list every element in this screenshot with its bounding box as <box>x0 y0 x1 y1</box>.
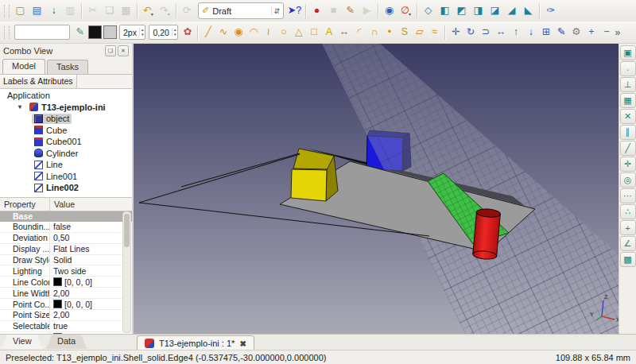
property-row-draw-style[interactable]: Draw StyleSolid <box>0 255 132 266</box>
snap-perpendicular[interactable]: ⊥ <box>620 77 636 92</box>
snap-extension[interactable]: ╱ <box>620 141 636 156</box>
property-row-deviation[interactable]: Deviation0,50 <box>0 233 132 244</box>
draft-text[interactable]: A <box>321 24 336 41</box>
property-row-line-width-value[interactable]: 2,00 <box>49 288 132 298</box>
property-row-point-co-[interactable]: Point Co...[0, 0, 0] <box>0 299 132 310</box>
property-row-display--value[interactable]: Flat Lines <box>49 244 132 254</box>
face-color-swatch[interactable] <box>103 25 117 39</box>
property-row-lighting[interactable]: LightingTwo side <box>0 265 132 277</box>
tree-item-line001[interactable]: Line001 <box>0 171 132 183</box>
view-front[interactable]: ◧ <box>436 2 453 19</box>
draft-edit[interactable]: ✎ <box>553 24 568 41</box>
snap-angle[interactable]: ∠ <box>620 236 636 251</box>
tree-column-header[interactable]: Labels & Attributes <box>0 75 77 88</box>
document-tab[interactable]: T13-ejemplo-ini : 1* ✖ <box>137 335 254 350</box>
float-panel-icon[interactable]: ❏ <box>105 45 116 56</box>
save-document[interactable]: ↓ <box>45 2 62 19</box>
view-rear[interactable]: ◪ <box>487 2 503 19</box>
property-row-line-color[interactable]: Line Color[0, 0, 0] <box>0 277 132 288</box>
draw-style[interactable]: ∅▾ <box>398 2 414 19</box>
snap-near[interactable]: ∴ <box>620 204 636 219</box>
tab-tasks[interactable]: Tasks <box>47 60 88 74</box>
value-column-header[interactable]: Value <box>49 198 132 211</box>
property-scrollbar[interactable] <box>122 211 131 333</box>
macro-play[interactable]: ▶ <box>359 2 375 19</box>
draw-style-caret-icon[interactable]: ▾ <box>409 11 411 19</box>
scrollbar-thumb[interactable] <box>124 214 130 247</box>
undo-caret-icon[interactable]: ▾ <box>151 11 153 19</box>
snap-midpoint[interactable]: ✛ <box>620 157 636 172</box>
draft-ellipse[interactable]: ○ <box>276 24 291 41</box>
refresh[interactable]: ⟳ <box>179 2 196 19</box>
redo-caret-icon[interactable]: ▾ <box>168 11 170 19</box>
new-document[interactable]: ▢ <box>12 2 29 19</box>
tree-item-cylinder[interactable]: Cylinder <box>0 148 132 160</box>
cut[interactable]: ✂ <box>84 2 101 19</box>
property-row-line-width[interactable]: Line Width2,00 <box>0 288 132 299</box>
snap-grid[interactable]: ▦ <box>620 93 636 108</box>
line-width-spin[interactable]: 2px▴▾ <box>119 25 145 40</box>
property-column-header[interactable]: Property <box>0 198 49 211</box>
draft-bspline[interactable]: ≀ <box>261 24 276 41</box>
snap-ortho[interactable]: + <box>620 220 636 235</box>
draft-wire-tools[interactable]: ⚙ <box>568 24 584 41</box>
close-document-icon[interactable]: ✖ <box>239 339 246 348</box>
view-right[interactable]: ◨ <box>470 2 487 19</box>
property-row-point-size-value[interactable]: 2,00 <box>49 310 132 319</box>
draft-rectangle[interactable]: □ <box>306 24 321 41</box>
draft-remove-point[interactable]: − <box>599 24 614 41</box>
draft-scale[interactable]: ⊞ <box>538 24 553 41</box>
draft-upgrade[interactable]: ↑ <box>508 24 523 41</box>
red-cylinder-body[interactable] <box>473 212 501 256</box>
draft-arc-3points[interactable]: ∩ <box>366 24 382 41</box>
property-row-point-co--value[interactable]: [0, 0, 0] <box>49 300 132 309</box>
close-panel-icon[interactable]: ✕ <box>118 45 129 56</box>
draft-fillet[interactable]: ◜ <box>351 24 366 41</box>
property-row-line-color-value[interactable]: [0, 0, 0] <box>49 277 132 287</box>
yellow-cube-front[interactable] <box>291 169 327 201</box>
draft-downgrade[interactable]: ↓ <box>523 24 538 41</box>
toolbar2-overflow[interactable]: » <box>615 27 620 38</box>
draft-dimension[interactable]: ↔ <box>336 24 351 41</box>
property-row-display-[interactable]: Display ...Flat Lines <box>0 244 132 255</box>
draft-circle[interactable]: ◉ <box>231 24 246 41</box>
undo[interactable]: ↶▾ <box>140 2 157 19</box>
draft-add-point[interactable]: + <box>584 24 599 41</box>
workbench-selector[interactable]: ✐Draft⇵ <box>198 2 284 19</box>
draft-move[interactable]: ✛ <box>448 24 463 41</box>
expander-icon[interactable]: ▾ <box>18 103 27 110</box>
macro-edit[interactable]: ✎ <box>342 2 359 19</box>
snap-endpoint[interactable]: ∙ <box>620 61 636 76</box>
snap-dimensions[interactable]: ⋯ <box>620 188 636 203</box>
draft-polygon[interactable]: △ <box>291 24 306 41</box>
draft-shapestring[interactable]: S <box>397 24 412 41</box>
draft-arc[interactable]: ◠ <box>246 24 261 41</box>
property-row-base[interactable]: Base <box>0 211 132 222</box>
view-top[interactable]: ◩ <box>453 2 470 19</box>
red-cylinder[interactable] <box>472 208 500 260</box>
property-row-draw-style-value[interactable]: Solid <box>49 255 132 265</box>
snap-working-plane[interactable]: ▩ <box>620 252 636 267</box>
measure-distance[interactable]: ✑ <box>542 2 559 19</box>
tree-item-object[interactable]: object <box>0 113 132 125</box>
property-row-boundin-[interactable]: Boundin...false <box>0 222 132 233</box>
print[interactable]: ▥ <box>62 2 79 19</box>
autogroup[interactable]: ✿ <box>180 24 195 41</box>
tab-view[interactable]: View <box>2 335 43 349</box>
view-left[interactable]: ◣ <box>520 2 537 19</box>
tree-item-line002[interactable]: Line002 <box>0 182 132 194</box>
view-axonometric[interactable]: ◇ <box>420 2 436 19</box>
yellow-cube[interactable] <box>291 149 338 201</box>
property-row-lighting-value[interactable]: Two side <box>49 266 132 276</box>
tree-item-cube001[interactable]: Cube001 <box>0 136 132 148</box>
draft-rotate[interactable]: ↻ <box>463 24 478 41</box>
font-size-spin-arrows-icon[interactable]: ▴▾ <box>172 28 178 37</box>
tree-item-cube[interactable]: Cube <box>0 125 132 137</box>
tab-data[interactable]: Data <box>46 335 87 349</box>
draft-facebinder[interactable]: ▱ <box>412 24 427 41</box>
zoom-fit-all[interactable]: ◉ <box>381 2 398 19</box>
line-color-swatch[interactable] <box>88 25 102 39</box>
property-row-selectable-value[interactable]: true <box>49 321 132 331</box>
tree-item-line[interactable]: Line <box>0 159 132 171</box>
apply-style[interactable]: ✎ <box>72 24 87 41</box>
